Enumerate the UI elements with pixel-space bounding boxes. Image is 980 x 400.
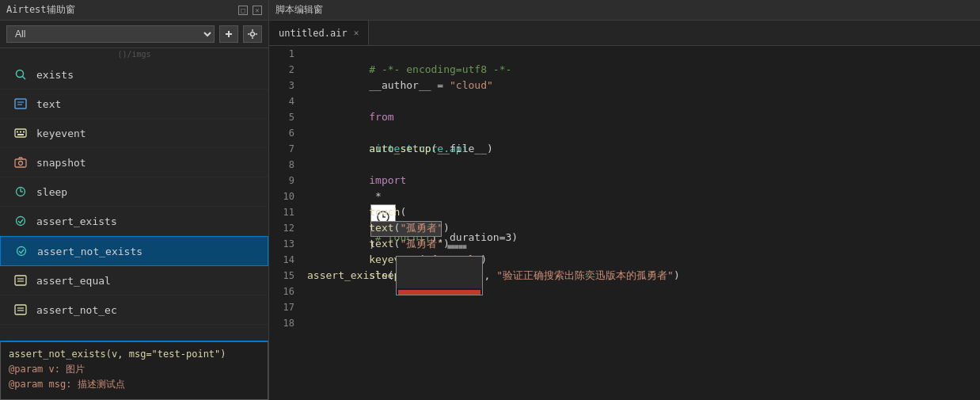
ln-5: 5 [269, 109, 294, 125]
code-line-18 [307, 315, 974, 331]
editor-title-bar: 脚本编辑窗 [269, 0, 980, 21]
svg-point-22 [17, 217, 25, 226]
sidebar-item-assert-equal[interactable]: assert_equal [0, 266, 268, 295]
close-button[interactable]: ✕ [253, 6, 262, 15]
tab-label: untitled.air [279, 28, 348, 39]
svg-rect-27 [15, 305, 26, 314]
sidebar-item-assert-not-exists[interactable]: assert_not_exists [0, 236, 268, 266]
sidebar-item-text[interactable]: text [0, 90, 268, 119]
ln-6: 6 [269, 125, 294, 141]
ln-3: 3 [269, 78, 294, 93]
sidebar-item-exists[interactable]: exists [0, 60, 268, 90]
svg-point-23 [17, 247, 26, 256]
code-line-12: text("孤勇者") [307, 220, 974, 236]
svg-rect-24 [15, 276, 26, 285]
editor-title: 脚本编辑窗 [275, 3, 323, 17]
code-line-17 [307, 299, 974, 315]
sidebar-item-assert-exists-label: assert_exists [36, 215, 117, 227]
ln-12: 12 [269, 220, 294, 236]
sidebar-item-keyevent-label: keyevent [36, 128, 86, 139]
ln-15: 15 [269, 268, 294, 284]
tooltip-title: assert_not_exists(v, msg="test-point") [9, 349, 260, 360]
svg-point-7 [17, 70, 24, 78]
svg-rect-17 [15, 159, 26, 167]
sidebar-item-sleep[interactable]: sleep [0, 177, 268, 207]
svg-rect-15 [23, 131, 25, 133]
sidebar-item-assert-not-exists-label: assert_not_exists [37, 246, 142, 257]
code-line-15: assert_exists( 汉语●●●● 搜索 ■■■■■■■■■■■■ ■■… [307, 268, 974, 284]
code-area[interactable]: 1 2 3 4 5 6 7 8 9 10 11 12 13 14 15 16 1… [269, 46, 980, 400]
tooltip-param-msg: @param msg: 描述测试点 [9, 378, 260, 391]
svg-rect-9 [15, 99, 26, 109]
assert-not-exists-icon [13, 243, 29, 259]
svg-rect-13 [17, 131, 18, 133]
sidebar-item-assert-not-ec[interactable]: assert_not_ec [0, 295, 268, 325]
ln-11: 11 [269, 204, 294, 220]
sidebar-item-assert-exists[interactable]: assert_exists [0, 207, 268, 236]
left-panel-title: Airtest辅助窗 □ ✕ [0, 0, 268, 21]
code-line-2: __author__ = "cloud" [307, 62, 974, 78]
camera-icon [13, 154, 28, 170]
code-line-4: from airtest.core.api import * [307, 93, 974, 109]
ln-1: 1 [269, 46, 294, 62]
add-button[interactable] [219, 25, 238, 43]
sidebar-item-assert-equal-label: assert_equal [36, 275, 111, 287]
ln-7: 7 [269, 141, 294, 157]
ln-2: 2 [269, 62, 294, 78]
left-panel: Airtest辅助窗 □ ✕ All [0, 0, 269, 400]
sidebar-item-snapshot[interactable]: snapshot [0, 148, 268, 177]
svg-point-2 [251, 32, 255, 36]
svg-line-8 [23, 77, 26, 80]
search-icon [13, 67, 28, 82]
code-line-10: touch( ■■■■■ ) [307, 189, 974, 204]
code-line-7 [307, 141, 974, 157]
sidebar-item-keyevent[interactable]: keyevent [0, 119, 268, 148]
scroll-indicator: ()/imgs [0, 48, 268, 60]
text-icon [13, 96, 28, 112]
keyboard-icon [13, 125, 28, 141]
code-line-9 [307, 173, 974, 189]
svg-rect-16 [17, 134, 24, 135]
editor-tabs: untitled.air ✕ [269, 21, 980, 46]
right-panel: 脚本编辑窗 untitled.air ✕ 1 2 3 4 5 6 7 8 9 1… [269, 0, 980, 400]
ln-13: 13 [269, 236, 294, 252]
code-line-6: auto_setup(__file__) [307, 125, 974, 141]
ln-4: 4 [269, 93, 294, 109]
assert-not-ec-icon [13, 302, 28, 318]
code-line-3 [307, 78, 974, 93]
code-line-16 [307, 284, 974, 299]
code-line-13: keyevent("{ENTER}") [307, 236, 974, 252]
sidebar-item-text-label: text [36, 98, 61, 110]
svg-rect-12 [15, 129, 26, 137]
sidebar-item-exists-label: exists [36, 69, 74, 81]
tooltip-param-v: @param v: 图片 [9, 363, 260, 376]
ln-9: 9 [269, 173, 294, 189]
ln-8: 8 [269, 157, 294, 173]
tab-close-button[interactable]: ✕ [354, 28, 359, 38]
code-line-1: # -*- encoding=utf8 -*- [307, 46, 974, 62]
ln-14: 14 [269, 252, 294, 268]
svg-point-18 [19, 162, 23, 166]
restore-button[interactable]: □ [238, 6, 248, 15]
left-title-text: Airtest辅助窗 [6, 3, 75, 17]
sleep-icon [13, 184, 28, 200]
code-line-8: # touch([], duration=3) [307, 157, 974, 173]
sidebar-item-assert-not-ec-label: assert_not_ec [36, 304, 117, 316]
assert-exists-icon [13, 213, 28, 229]
search-bar: All [0, 21, 268, 48]
code-content[interactable]: # -*- encoding=utf8 -*- __author__ = "cl… [301, 46, 980, 400]
search-select[interactable]: All [6, 25, 215, 43]
sidebar-item-snapshot-label: snapshot [36, 157, 86, 169]
tooltip-popup: assert_not_exists(v, msg="test-point") @… [0, 341, 268, 400]
title-buttons: □ ✕ [238, 6, 262, 15]
sidebar-item-sleep-label: sleep [36, 186, 67, 198]
code-line-5 [307, 109, 974, 125]
editor-tab-main[interactable]: untitled.air ✕ [269, 21, 369, 45]
ln-17: 17 [269, 299, 294, 315]
ln-18: 18 [269, 315, 294, 331]
svg-rect-14 [20, 131, 21, 133]
settings-button[interactable] [243, 25, 262, 43]
code-line-11: text("孤勇者") [307, 204, 974, 220]
line-numbers: 1 2 3 4 5 6 7 8 9 10 11 12 13 14 15 16 1… [269, 46, 301, 400]
assert-equal-icon [13, 272, 28, 288]
